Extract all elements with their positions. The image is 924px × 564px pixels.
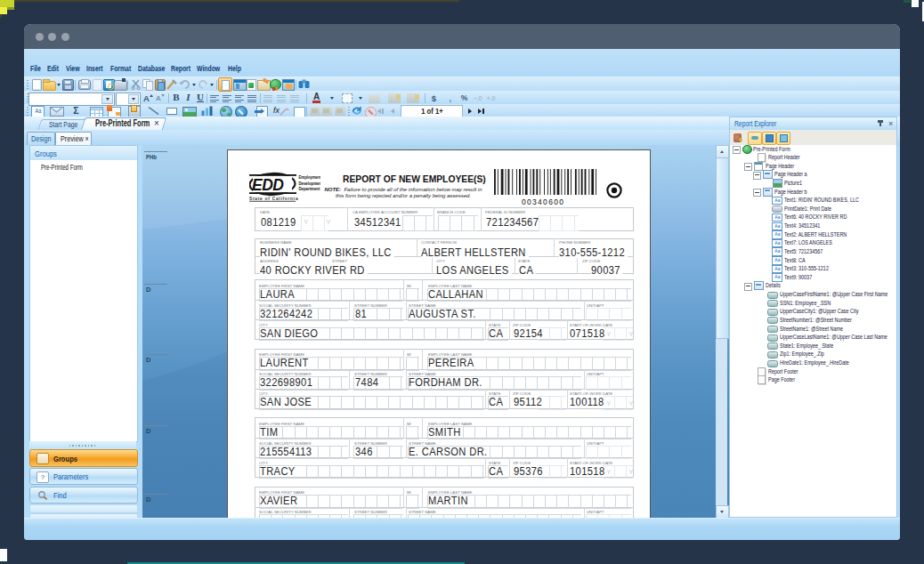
svg-text:Development: Development xyxy=(298,181,320,186)
svg-text:Department: Department xyxy=(298,187,320,191)
svg-text:EDD: EDD xyxy=(252,176,284,194)
svg-text:Employment: Employment xyxy=(298,175,320,180)
svg-text:State of California: State of California xyxy=(249,197,298,201)
